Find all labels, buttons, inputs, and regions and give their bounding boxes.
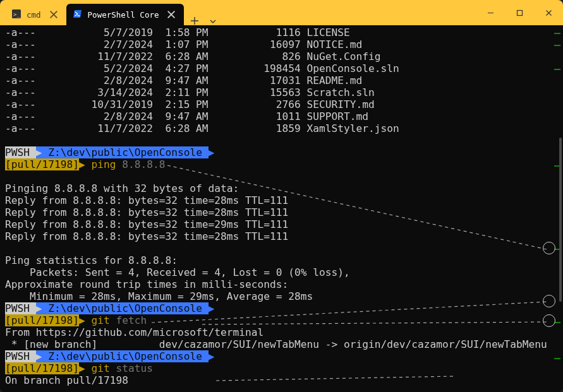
svg-rect-2 xyxy=(517,10,522,15)
command-args: fetch xyxy=(116,314,147,326)
tab-powershell-core[interactable]: PowerShell Core xyxy=(66,4,185,25)
window: >_ cmd PowerShell Core xyxy=(0,0,563,392)
new-tab-button[interactable] xyxy=(184,16,205,25)
command-exe: git xyxy=(91,362,109,374)
terminal-pane[interactable]: -a--- 5/7/2019 1:58 PM 1116 LICENSE-a---… xyxy=(0,25,563,392)
output-line: From https://github.com/microsoft/termin… xyxy=(5,326,560,338)
output-line: Reply from 8.8.8.8: bytes=32 time=28ms T… xyxy=(5,230,560,242)
command-args: status xyxy=(116,362,152,374)
file-row: -a--- 11/7/2022 6:28 AM 1859 XamlStyler.… xyxy=(5,122,560,134)
output-line: Approximate round trip times in milli-se… xyxy=(5,278,560,290)
prompt-shell: PWSH xyxy=(5,302,36,314)
file-row: -a--- 2/8/2024 9:47 AM 1011 SUPPORT.md xyxy=(5,110,560,122)
prompt-branch: [pull/17198] xyxy=(5,314,79,326)
prompt-shell: PWSH xyxy=(5,350,36,362)
output-line: Reply from 8.8.8.8: bytes=32 time=28ms T… xyxy=(5,194,560,206)
prompt-path: Z:\dev\public\OpenConsole xyxy=(42,146,208,158)
prompt-path: Z:\dev\public\OpenConsole xyxy=(42,302,208,314)
prompt-branch: [pull/17198] xyxy=(5,158,79,170)
titlebar: >_ cmd PowerShell Core xyxy=(0,0,563,25)
prompt-branch: [pull/17198] xyxy=(5,362,79,374)
close-window-button[interactable] xyxy=(534,0,563,25)
file-row: -a--- 5/2/2024 4:27 PM 198454 OpenConsol… xyxy=(5,62,560,74)
new-tab-dropdown[interactable] xyxy=(205,18,221,25)
window-controls xyxy=(476,0,563,25)
output-line: Packets: Sent = 4, Received = 4, Lost = … xyxy=(5,266,560,278)
command-args: 8.8.8.8 xyxy=(122,158,165,170)
output-line: Pinging 8.8.8.8 with 32 bytes of data: xyxy=(5,182,560,194)
output-line: * [new branch] dev/cazamor/SUI/newTabMen… xyxy=(5,338,560,350)
svg-text:>_: >_ xyxy=(13,11,20,18)
maximize-button[interactable] xyxy=(505,0,534,25)
tab-cmd[interactable]: >_ cmd xyxy=(5,4,66,25)
output-line: Reply from 8.8.8.8: bytes=32 time=29ms T… xyxy=(5,218,560,230)
powershell-icon xyxy=(73,9,83,21)
tab-strip: >_ cmd PowerShell Core xyxy=(0,0,221,25)
prompt-path: Z:\dev\public\OpenConsole xyxy=(42,350,208,362)
cmd-icon: >_ xyxy=(11,9,21,21)
close-icon[interactable] xyxy=(166,9,176,20)
tab-label: cmd xyxy=(27,10,41,20)
output-line: Minimum = 28ms, Maximum = 29ms, Average … xyxy=(5,290,560,302)
file-row: -a--- 10/31/2019 2:15 PM 2766 SECURITY.m… xyxy=(5,98,560,110)
file-row: -a--- 2/7/2024 1:07 PM 16097 NOTICE.md xyxy=(5,39,560,50)
command-exe: git xyxy=(91,314,109,326)
file-row: -a--- 3/14/2024 2:11 PM 15563 Scratch.sl… xyxy=(5,86,560,98)
output-line: Ping statistics for 8.8.8.8: xyxy=(5,254,560,266)
prompt-shell: PWSH xyxy=(5,146,36,158)
tab-label: PowerShell Core xyxy=(88,10,159,20)
file-row: -a--- 2/8/2024 9:47 AM 17031 README.md xyxy=(5,74,560,86)
file-row: -a--- 11/7/2022 6:28 AM 826 NuGet.Config xyxy=(5,50,560,62)
output-line: On branch pull/17198 xyxy=(5,374,560,386)
output-line: Reply from 8.8.8.8: bytes=32 time=28ms T… xyxy=(5,206,560,218)
minimize-button[interactable] xyxy=(476,0,505,25)
file-row: -a--- 5/7/2019 1:58 PM 1116 LICENSE xyxy=(5,27,560,39)
command-exe: ping xyxy=(91,158,116,170)
close-icon[interactable] xyxy=(49,9,59,20)
